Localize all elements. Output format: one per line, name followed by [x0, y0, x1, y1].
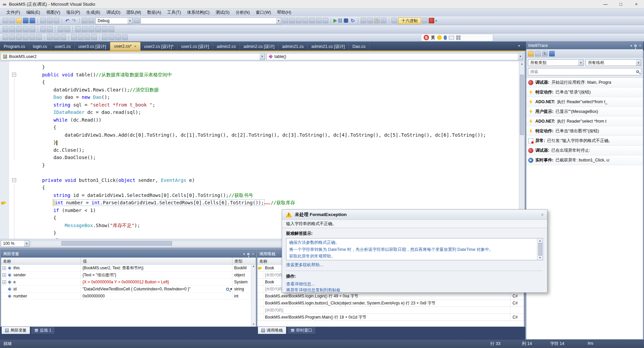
search-online-help-link[interactable]: 搜索更多联机帮助... [286, 262, 543, 268]
intellitrace-event[interactable]: 实时事件:已截获异常: button1_Click, u: [526, 155, 643, 165]
sogou-logo-icon[interactable]: S [424, 35, 429, 40]
bookmark-clear-icon[interactable] [109, 26, 114, 32]
window-position-icon[interactable]: ▾ [243, 252, 245, 256]
select-pointer-icon[interactable] [3, 26, 8, 32]
locals-tab[interactable]: 监视 1 [31, 327, 55, 334]
code-line[interactable]: string id = dataGridView1.SelectedRows[0… [0, 192, 519, 199]
document-tab[interactable]: user1.cs [设计] [177, 43, 213, 51]
restart-icon[interactable]: ↻ [350, 18, 356, 23]
toolbox-grid-icon[interactable] [456, 36, 461, 40]
intellitrace-search-input[interactable]: 搜索 [528, 68, 641, 75]
menu-item[interactable]: 工具(T) [164, 9, 184, 16]
uncomment-selection-icon[interactable] [64, 26, 70, 32]
break-all-icon[interactable] [535, 51, 541, 57]
callstack-tab[interactable]: 即时窗口 [287, 327, 316, 334]
document-tab[interactable]: admin21.cs [278, 43, 308, 51]
refresh-events-icon[interactable]: ↻ [542, 51, 548, 57]
code-line[interactable]: − private void button1_Click(object send… [0, 177, 519, 184]
intellitrace-event[interactable]: 特定动作:已单击"登录"(按钮) [526, 87, 643, 97]
align-bottoms-icon[interactable] [36, 34, 42, 40]
intellitrace-event[interactable]: ADO.NET:执行 Reader"select*from t_ [526, 97, 643, 107]
code-line[interactable]: } [0, 161, 519, 169]
scroll-down-icon[interactable]: ▼ [539, 256, 541, 259]
extension-manager-icon[interactable] [316, 18, 322, 23]
comment-selection-icon[interactable] [58, 26, 63, 32]
tip-link[interactable]: 将一个字符串转换为 DateTime 时，先分析该字符串以获取日期，然后再将每个… [289, 246, 535, 253]
filter-combo[interactable]: 所有类别▾ [528, 59, 584, 66]
callstack-tab[interactable]: 调用堆栈 [258, 327, 286, 334]
menu-item[interactable]: 窗口(W) [253, 9, 274, 16]
microphone-icon[interactable] [444, 36, 447, 40]
delete-layout-icon[interactable] [122, 34, 128, 40]
locals-row[interactable]: id"DataGridViewTextBoxCell { ColumnIndex… [1, 286, 256, 293]
cut-icon[interactable] [40, 18, 46, 23]
horizontal-spacing-icon[interactable] [71, 34, 77, 40]
format-document-icon[interactable] [9, 26, 15, 32]
find-combo[interactable]: ▾ [141, 17, 281, 24]
chevron-down-icon[interactable]: ▾ [260, 53, 265, 60]
continue-icon[interactable] [333, 19, 337, 23]
zoom-tool-icon[interactable] [23, 26, 29, 32]
pin-icon[interactable] [247, 253, 250, 255]
align-centers-icon[interactable] [9, 34, 15, 40]
scroll-up-icon[interactable]: ▲ [519, 61, 525, 67]
code-line[interactable]: } [0, 63, 519, 71]
expand-icon[interactable]: + [2, 266, 6, 270]
new-project-icon[interactable] [3, 18, 8, 23]
code-line[interactable]: { [0, 124, 519, 131]
bookmark-next-icon[interactable] [102, 26, 108, 32]
intellitrace-events-icon[interactable] [422, 18, 428, 23]
save-icon[interactable] [23, 18, 29, 23]
pin-icon[interactable] [634, 45, 637, 47]
code-line[interactable]: { [0, 78, 519, 86]
document-tab[interactable]: Dao.cs [349, 43, 370, 51]
action-link[interactable]: 将异常详细信息复制到剪贴板 [286, 287, 543, 293]
fold-collapse-icon[interactable]: − [12, 178, 16, 182]
indent-increase-icon[interactable] [47, 26, 53, 32]
chevron-down-icon[interactable]: ▾ [636, 60, 641, 66]
window-position-icon[interactable]: ▾ [630, 44, 632, 48]
cursor-arrow-icon[interactable] [16, 26, 22, 32]
new-window-icon[interactable] [75, 26, 81, 32]
menu-item[interactable]: 数据(A) [144, 9, 164, 16]
intellitrace-event[interactable]: 特定动作:已单击"借出图书"(按钮) [526, 126, 643, 136]
menu-item[interactable]: 项目(P) [63, 9, 83, 16]
team-explorer-icon[interactable] [289, 18, 295, 23]
align-tops-icon[interactable] [23, 34, 29, 40]
save-log-icon[interactable] [549, 51, 555, 57]
show-events-list-icon[interactable] [528, 51, 534, 57]
solution-explorer-icon[interactable] [282, 18, 288, 23]
send-to-back-icon[interactable] [109, 34, 114, 40]
align-middles-icon[interactable] [30, 34, 35, 40]
bookmark-prev-icon[interactable] [95, 26, 101, 32]
locals-row[interactable]: +e{X = 0x0000000a Y = 0x00000012 Button … [1, 279, 256, 286]
magnifier-icon[interactable] [226, 288, 229, 291]
column-header[interactable]: 类型 [232, 258, 256, 264]
minimize-button[interactable]: — [598, 0, 613, 8]
align-lefts-icon[interactable] [3, 34, 8, 40]
center-vertically-icon[interactable] [91, 34, 97, 40]
scrollbar-thumb[interactable] [538, 243, 542, 256]
fold-collapse-icon[interactable]: − [12, 73, 16, 77]
menu-item[interactable]: 视图(V) [43, 9, 63, 16]
scrollbar-thumb[interactable] [61, 241, 172, 246]
callstack-row[interactable]: BookMS.exe!BookMS.login.button1_Click(ob… [257, 300, 524, 307]
intellitrace-event[interactable]: 调试器:已在出现异常时停止: [526, 146, 643, 155]
navigate-backward-icon[interactable] [82, 18, 88, 23]
hex-display-toggle[interactable]: 十六进制 [398, 17, 421, 24]
column-header[interactable]: 值 [81, 258, 232, 264]
editor-zoom-combo[interactable]: 100 % ▾ [1, 240, 30, 247]
keyboard-icon[interactable] [449, 36, 454, 40]
code-line[interactable]: { [0, 184, 519, 192]
tip-link[interactable]: 获取此异常的常规帮助。 [289, 253, 535, 260]
same-height-icon[interactable] [54, 34, 59, 40]
document-tab[interactable]: Program.cs [0, 43, 29, 51]
chevron-down-icon[interactable]: ▾ [518, 53, 523, 60]
menu-item[interactable]: 生成(B) [83, 9, 103, 16]
code-line[interactable]: IDataReader dc = dao.read(sql); [0, 109, 519, 116]
intellitrace-event[interactable]: 用户提示:已显示""(MessageBox) [526, 107, 643, 117]
step-out-icon[interactable] [381, 18, 386, 23]
types-combo[interactable]: BookMS.user2 ▾ [1, 53, 265, 60]
same-size-icon[interactable] [60, 34, 66, 40]
chevron-down-icon[interactable]: ▾ [276, 18, 281, 24]
